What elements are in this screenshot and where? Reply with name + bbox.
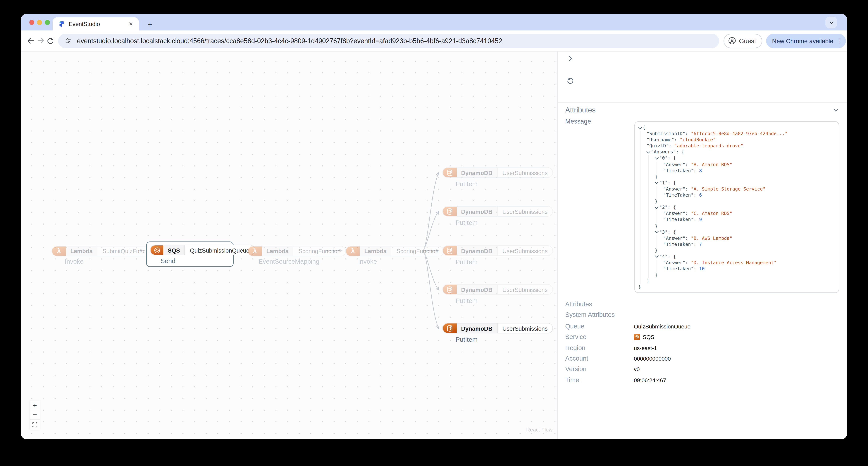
forward-arrow-icon bbox=[36, 36, 45, 45]
lambda-icon: λ bbox=[52, 246, 66, 256]
attributes-collapse-button[interactable] bbox=[833, 107, 839, 114]
attributes-panel: Attributes Message {"SubmissionID": "6ff… bbox=[558, 52, 847, 439]
attr-label: Time bbox=[565, 377, 634, 383]
attr-row-queue: Queue QuizSubmissionQueue bbox=[565, 323, 841, 329]
attr-value: QuizSubmissionQueue bbox=[634, 323, 690, 330]
node-name-label: UserSubmissions bbox=[497, 207, 553, 216]
node-service-label: DynamoDB bbox=[457, 246, 497, 255]
collapse-chevron-icon[interactable] bbox=[647, 150, 651, 154]
main-content: λ Lambda SubmitQuizFunction Invoke bbox=[21, 52, 847, 439]
node-dynamodb-usersubmissions-1[interactable]: DynamoDB UserSubmissions PutItem bbox=[442, 167, 553, 187]
node-dynamodb-usersubmissions-2[interactable]: DynamoDB UserSubmissions PutItem bbox=[442, 206, 553, 226]
node-dynamodb-usersubmissions-3[interactable]: DynamoDB UserSubmissions PutItem bbox=[442, 245, 553, 265]
fit-view-button[interactable] bbox=[30, 420, 40, 430]
refresh-button[interactable] bbox=[565, 76, 575, 86]
flow-zoom-controls: + − bbox=[30, 401, 40, 430]
attr-value: v0 bbox=[634, 366, 640, 372]
collapse-chevron-icon[interactable] bbox=[655, 180, 659, 184]
collapse-chevron-icon[interactable] bbox=[655, 254, 659, 258]
attr-label: Account bbox=[565, 355, 634, 362]
chrome-update-button[interactable]: New Chrome available ⋮ bbox=[766, 34, 846, 48]
panel-divider bbox=[558, 103, 847, 103]
attributes-section-header[interactable]: Attributes bbox=[565, 106, 596, 114]
tab-title: EventStudio bbox=[69, 21, 127, 27]
browser-window: EventStudio × + bbox=[21, 14, 847, 439]
browser-menu-icon[interactable]: ⋮ bbox=[837, 37, 842, 44]
node-service-label: DynamoDB bbox=[457, 323, 497, 333]
close-window-button[interactable] bbox=[29, 20, 34, 25]
node-operation-label: Send bbox=[160, 257, 233, 264]
guest-profile-button[interactable]: Guest bbox=[723, 34, 762, 48]
reload-button[interactable] bbox=[46, 34, 54, 48]
attr-label: Version bbox=[565, 366, 634, 372]
message-json-viewer[interactable]: {"SubmissionID": "6ffdcbc5-8e8d-4a82-97e… bbox=[634, 121, 839, 293]
attr-row-region: Region us-east-1 bbox=[565, 345, 841, 351]
fullscreen-window-button[interactable] bbox=[45, 20, 50, 25]
tab-search-button[interactable] bbox=[826, 17, 837, 28]
tab-eventstudio[interactable]: EventStudio × bbox=[53, 17, 139, 30]
back-arrow-icon bbox=[27, 36, 35, 45]
node-name-label: UserSubmissions bbox=[497, 285, 553, 294]
node-service-label: DynamoDB bbox=[457, 285, 497, 294]
attr-value: SQS bbox=[634, 334, 654, 340]
collapse-chevron-icon[interactable] bbox=[655, 205, 659, 209]
attr-label: Region bbox=[565, 345, 634, 351]
eventstudio-favicon-icon bbox=[58, 21, 65, 27]
flow-canvas[interactable]: λ Lambda SubmitQuizFunction Invoke bbox=[21, 52, 558, 439]
minimize-window-button[interactable] bbox=[37, 20, 42, 25]
node-operation-label: EventSourceMapping bbox=[258, 258, 346, 265]
node-sqs-quizsubmissionqueue-selected[interactable]: SQS QuizSubmissionQueue Send bbox=[146, 241, 234, 267]
node-operation-label: PutItem bbox=[456, 297, 553, 304]
node-name-label: UserSubmissions bbox=[497, 323, 553, 333]
url-text[interactable]: eventstudio.localhost.localstack.cloud:4… bbox=[77, 37, 502, 45]
node-lambda-submitquizfunction[interactable]: λ Lambda SubmitQuizFunction Invoke bbox=[52, 245, 160, 265]
node-service-label: Lambda bbox=[262, 246, 293, 256]
zoom-out-button[interactable]: − bbox=[30, 410, 40, 420]
message-label: Message bbox=[565, 118, 591, 125]
rotate-ccw-icon bbox=[566, 77, 574, 85]
collapse-chevron-icon[interactable] bbox=[655, 230, 659, 234]
browser-toolbar: eventstudio.localhost.localstack.cloud:4… bbox=[21, 30, 847, 52]
dynamodb-icon bbox=[443, 168, 457, 177]
fit-view-icon bbox=[32, 422, 38, 428]
node-name-label: UserSubmissions bbox=[497, 246, 553, 255]
new-tab-button[interactable]: + bbox=[144, 18, 156, 30]
node-operation-label: PutItem bbox=[456, 336, 553, 343]
dynamodb-icon bbox=[443, 246, 457, 255]
tab-close-icon[interactable]: × bbox=[127, 20, 134, 28]
node-operation-label: Invoke bbox=[358, 258, 444, 265]
node-lambda-scoringfunction-esm[interactable]: λ Lambda ScoringFunction EventSourceMapp… bbox=[247, 245, 346, 265]
lambda-icon: λ bbox=[248, 246, 262, 256]
reload-icon bbox=[46, 37, 54, 45]
node-lambda-scoringfunction-invoke[interactable]: λ Lambda ScoringFunction Invoke bbox=[345, 245, 444, 265]
zoom-in-button[interactable]: + bbox=[30, 401, 40, 410]
chevron-down-icon bbox=[829, 20, 834, 25]
node-operation-label: PutItem bbox=[456, 180, 553, 187]
site-settings-icon[interactable] bbox=[65, 37, 72, 44]
forward-button[interactable] bbox=[36, 34, 45, 48]
chevron-down-icon bbox=[833, 107, 839, 114]
lambda-icon: λ bbox=[346, 246, 360, 256]
attr-label: Service bbox=[565, 333, 634, 340]
dynamodb-icon bbox=[443, 285, 457, 294]
reactflow-attribution[interactable]: React Flow bbox=[526, 427, 553, 433]
url-bar[interactable]: eventstudio.localhost.localstack.cloud:4… bbox=[58, 34, 719, 48]
attributes-sublabel[interactable]: Attributes bbox=[565, 301, 592, 308]
collapse-chevron-icon[interactable] bbox=[655, 156, 659, 160]
node-dynamodb-usersubmissions-4[interactable]: DynamoDB UserSubmissions PutItem bbox=[442, 284, 553, 304]
attr-value: us-east-1 bbox=[634, 345, 657, 351]
node-pill: λ Lambda ScoringFunction bbox=[247, 246, 346, 256]
back-button[interactable] bbox=[27, 34, 35, 48]
sqs-icon bbox=[634, 334, 640, 340]
collapse-chevron-icon[interactable] bbox=[638, 125, 643, 129]
chevron-right-icon bbox=[567, 55, 574, 62]
attr-label: Queue bbox=[565, 323, 634, 329]
system-attributes-sublabel[interactable]: System Attributes bbox=[565, 311, 615, 318]
node-dynamodb-usersubmissions-5-highlighted[interactable]: DynamoDB UserSubmissions PutItem bbox=[442, 323, 553, 343]
node-pill: λ Lambda SubmitQuizFunction bbox=[52, 246, 160, 256]
attr-value: 000000000000 bbox=[634, 355, 671, 362]
tab-strip: EventStudio × + bbox=[21, 14, 847, 30]
window-controls bbox=[29, 20, 50, 25]
dynamodb-icon bbox=[443, 323, 457, 333]
collapse-panel-button[interactable] bbox=[565, 53, 575, 63]
